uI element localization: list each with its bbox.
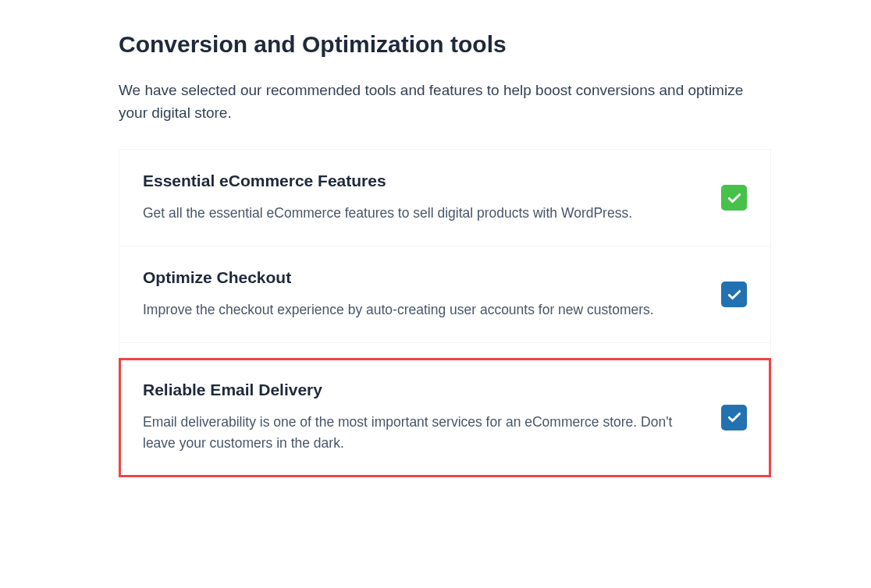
feature-list: Essential eCommerce Features Get all the… (119, 149, 771, 477)
feature-item-reliable-email: Reliable Email Delivery Email deliverabi… (119, 359, 770, 476)
conversion-tools-panel: Conversion and Optimization tools We hav… (0, 31, 871, 477)
check-icon (727, 409, 742, 425)
page-description: We have selected our recommended tools a… (119, 80, 771, 124)
feature-description: Get all the essential eCommerce features… (143, 203, 690, 224)
checkbox-optimize-checkout[interactable] (721, 282, 747, 307)
checkbox-essential-ecommerce[interactable] (721, 185, 747, 211)
feature-title: Essential eCommerce Features (143, 172, 690, 190)
feature-description: Improve the checkout experience by auto-… (143, 299, 690, 321)
feature-title: Reliable Email Delivery (143, 381, 690, 399)
page-title: Conversion and Optimization tools (119, 31, 771, 58)
feature-item-optimize-checkout: Optimize Checkout Improve the checkout e… (119, 246, 770, 343)
feature-content: Reliable Email Delivery Email deliverabi… (143, 381, 721, 454)
spacer (119, 343, 770, 359)
check-icon (727, 287, 742, 303)
check-icon (727, 190, 742, 206)
checkbox-reliable-email[interactable] (721, 405, 747, 430)
feature-item-essential-ecommerce: Essential eCommerce Features Get all the… (119, 150, 770, 246)
feature-content: Essential eCommerce Features Get all the… (143, 172, 721, 224)
feature-title: Optimize Checkout (143, 268, 690, 287)
feature-description: Email deliverability is one of the most … (143, 412, 690, 454)
feature-content: Optimize Checkout Improve the checkout e… (143, 268, 721, 321)
